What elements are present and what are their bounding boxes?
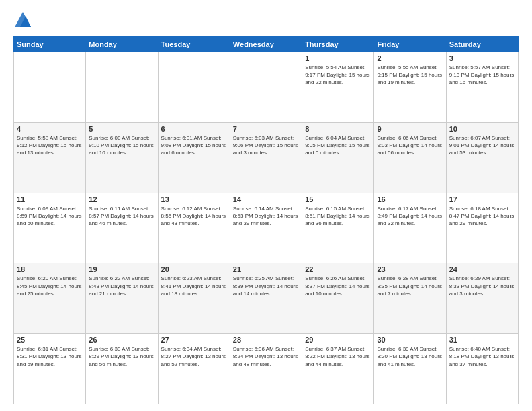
day-cell: 26Sunrise: 6:33 AM Sunset: 8:29 PM Dayli… — [86, 334, 158, 404]
header-row: SundayMondayTuesdayWednesdayThursdayFrid… — [14, 37, 519, 52]
day-cell — [14, 52, 86, 123]
day-info: Sunrise: 6:28 AM Sunset: 8:35 PM Dayligh… — [377, 275, 443, 298]
day-number: 19 — [89, 265, 154, 273]
day-info: Sunrise: 5:55 AM Sunset: 9:15 PM Dayligh… — [377, 64, 443, 87]
logo — [13, 11, 34, 30]
day-cell: 24Sunrise: 6:29 AM Sunset: 8:33 PM Dayli… — [446, 263, 518, 334]
page: SundayMondayTuesdayWednesdayThursdayFrid… — [0, 0, 532, 411]
day-number: 9 — [377, 125, 443, 133]
day-info: Sunrise: 6:07 AM Sunset: 9:01 PM Dayligh… — [449, 134, 515, 157]
day-cell: 22Sunrise: 6:26 AM Sunset: 8:37 PM Dayli… — [302, 263, 374, 334]
day-number: 31 — [449, 336, 515, 344]
day-cell — [158, 52, 230, 123]
day-cell: 31Sunrise: 6:40 AM Sunset: 8:18 PM Dayli… — [446, 334, 518, 404]
day-number: 30 — [377, 336, 443, 344]
day-cell: 20Sunrise: 6:23 AM Sunset: 8:41 PM Dayli… — [158, 263, 230, 334]
day-cell: 23Sunrise: 6:28 AM Sunset: 8:35 PM Dayli… — [374, 263, 446, 334]
day-number: 4 — [17, 125, 83, 133]
week-row-1: 4Sunrise: 5:58 AM Sunset: 9:12 PM Daylig… — [14, 122, 519, 193]
day-cell — [230, 52, 302, 123]
day-info: Sunrise: 6:03 AM Sunset: 9:06 PM Dayligh… — [233, 134, 299, 157]
day-number: 17 — [449, 195, 515, 203]
day-cell: 29Sunrise: 6:37 AM Sunset: 8:22 PM Dayli… — [302, 334, 374, 404]
day-info: Sunrise: 6:36 AM Sunset: 8:24 PM Dayligh… — [233, 345, 299, 368]
day-info: Sunrise: 6:40 AM Sunset: 8:18 PM Dayligh… — [449, 345, 515, 368]
day-cell: 16Sunrise: 6:17 AM Sunset: 8:49 PM Dayli… — [374, 193, 446, 263]
day-number: 6 — [161, 125, 227, 133]
day-number: 21 — [233, 265, 299, 273]
calendar-header: SundayMondayTuesdayWednesdayThursdayFrid… — [14, 37, 519, 52]
day-number: 28 — [233, 336, 299, 344]
week-row-4: 25Sunrise: 6:31 AM Sunset: 8:31 PM Dayli… — [14, 334, 519, 404]
day-cell: 8Sunrise: 6:04 AM Sunset: 9:05 PM Daylig… — [302, 122, 374, 193]
day-info: Sunrise: 6:18 AM Sunset: 8:47 PM Dayligh… — [449, 205, 515, 228]
day-info: Sunrise: 6:23 AM Sunset: 8:41 PM Dayligh… — [161, 275, 227, 298]
day-number: 3 — [449, 54, 515, 62]
day-cell: 2Sunrise: 5:55 AM Sunset: 9:15 PM Daylig… — [374, 52, 446, 123]
day-number: 25 — [17, 336, 83, 344]
day-info: Sunrise: 6:00 AM Sunset: 9:10 PM Dayligh… — [89, 134, 154, 157]
day-cell: 30Sunrise: 6:39 AM Sunset: 8:20 PM Dayli… — [374, 334, 446, 404]
day-info: Sunrise: 6:17 AM Sunset: 8:49 PM Dayligh… — [377, 205, 443, 228]
logo-icon — [13, 11, 32, 30]
day-info: Sunrise: 6:26 AM Sunset: 8:37 PM Dayligh… — [305, 275, 371, 298]
day-number: 22 — [305, 265, 371, 273]
day-cell: 15Sunrise: 6:15 AM Sunset: 8:51 PM Dayli… — [302, 193, 374, 263]
column-header-saturday: Saturday — [446, 37, 518, 52]
column-header-sunday: Sunday — [14, 37, 86, 52]
day-info: Sunrise: 5:58 AM Sunset: 9:12 PM Dayligh… — [17, 134, 83, 157]
column-header-wednesday: Wednesday — [230, 37, 302, 52]
day-number: 27 — [161, 336, 227, 344]
day-number: 8 — [305, 125, 371, 133]
day-number: 13 — [161, 195, 227, 203]
day-info: Sunrise: 6:39 AM Sunset: 8:20 PM Dayligh… — [377, 345, 443, 368]
day-cell: 12Sunrise: 6:11 AM Sunset: 8:57 PM Dayli… — [86, 193, 158, 263]
day-number: 1 — [305, 54, 371, 62]
day-info: Sunrise: 6:33 AM Sunset: 8:29 PM Dayligh… — [89, 345, 154, 368]
day-info: Sunrise: 6:14 AM Sunset: 8:53 PM Dayligh… — [233, 205, 299, 228]
day-cell: 18Sunrise: 6:20 AM Sunset: 8:45 PM Dayli… — [14, 263, 86, 334]
day-number: 12 — [89, 195, 154, 203]
day-cell: 4Sunrise: 5:58 AM Sunset: 9:12 PM Daylig… — [14, 122, 86, 193]
day-info: Sunrise: 6:25 AM Sunset: 8:39 PM Dayligh… — [233, 275, 299, 298]
day-info: Sunrise: 5:54 AM Sunset: 9:17 PM Dayligh… — [305, 64, 371, 87]
calendar-body: 1Sunrise: 5:54 AM Sunset: 9:17 PM Daylig… — [14, 52, 519, 404]
day-number: 5 — [89, 125, 154, 133]
day-cell: 7Sunrise: 6:03 AM Sunset: 9:06 PM Daylig… — [230, 122, 302, 193]
day-cell: 17Sunrise: 6:18 AM Sunset: 8:47 PM Dayli… — [446, 193, 518, 263]
day-cell: 19Sunrise: 6:22 AM Sunset: 8:43 PM Dayli… — [86, 263, 158, 334]
column-header-monday: Monday — [86, 37, 158, 52]
day-cell: 3Sunrise: 5:57 AM Sunset: 9:13 PM Daylig… — [446, 52, 518, 123]
day-cell — [86, 52, 158, 123]
day-cell: 5Sunrise: 6:00 AM Sunset: 9:10 PM Daylig… — [86, 122, 158, 193]
day-info: Sunrise: 6:12 AM Sunset: 8:55 PM Dayligh… — [161, 205, 227, 228]
day-info: Sunrise: 6:15 AM Sunset: 8:51 PM Dayligh… — [305, 205, 371, 228]
day-number: 20 — [161, 265, 227, 273]
day-cell: 10Sunrise: 6:07 AM Sunset: 9:01 PM Dayli… — [446, 122, 518, 193]
day-cell: 25Sunrise: 6:31 AM Sunset: 8:31 PM Dayli… — [14, 334, 86, 404]
day-number: 11 — [17, 195, 83, 203]
day-cell: 1Sunrise: 5:54 AM Sunset: 9:17 PM Daylig… — [302, 52, 374, 123]
day-info: Sunrise: 6:11 AM Sunset: 8:57 PM Dayligh… — [89, 205, 154, 228]
day-number: 29 — [305, 336, 371, 344]
week-row-0: 1Sunrise: 5:54 AM Sunset: 9:17 PM Daylig… — [14, 52, 519, 123]
day-info: Sunrise: 6:01 AM Sunset: 9:08 PM Dayligh… — [161, 134, 227, 157]
day-info: Sunrise: 6:06 AM Sunset: 9:03 PM Dayligh… — [377, 134, 443, 157]
column-header-friday: Friday — [374, 37, 446, 52]
day-info: Sunrise: 5:57 AM Sunset: 9:13 PM Dayligh… — [449, 64, 515, 87]
week-row-3: 18Sunrise: 6:20 AM Sunset: 8:45 PM Dayli… — [14, 263, 519, 334]
day-number: 23 — [377, 265, 443, 273]
day-info: Sunrise: 6:20 AM Sunset: 8:45 PM Dayligh… — [17, 275, 83, 298]
day-number: 18 — [17, 265, 83, 273]
column-header-thursday: Thursday — [302, 37, 374, 52]
day-number: 24 — [449, 265, 515, 273]
day-info: Sunrise: 6:37 AM Sunset: 8:22 PM Dayligh… — [305, 345, 371, 368]
column-header-tuesday: Tuesday — [158, 37, 230, 52]
day-cell: 14Sunrise: 6:14 AM Sunset: 8:53 PM Dayli… — [230, 193, 302, 263]
day-number: 26 — [89, 336, 154, 344]
day-cell: 28Sunrise: 6:36 AM Sunset: 8:24 PM Dayli… — [230, 334, 302, 404]
day-number: 14 — [233, 195, 299, 203]
day-info: Sunrise: 6:34 AM Sunset: 8:27 PM Dayligh… — [161, 345, 227, 368]
header — [13, 11, 519, 30]
day-cell: 27Sunrise: 6:34 AM Sunset: 8:27 PM Dayli… — [158, 334, 230, 404]
